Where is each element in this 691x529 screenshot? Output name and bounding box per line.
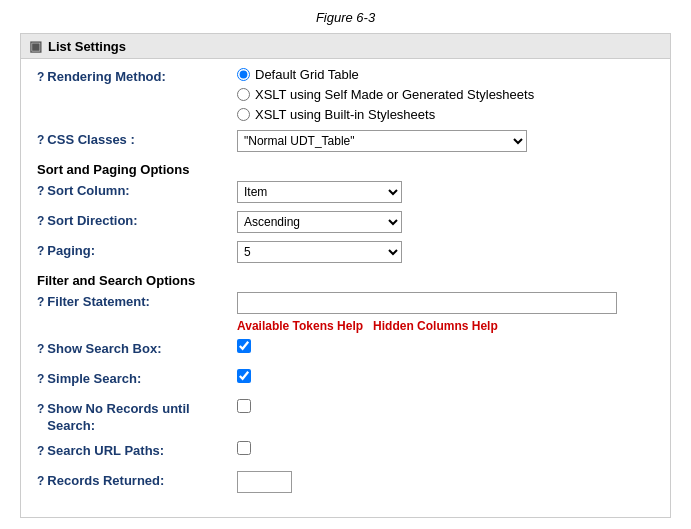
simple-search-row: ? Simple Search: bbox=[37, 369, 654, 393]
filter-statement-row: ? Filter Statement: Available Tokens Hel… bbox=[37, 292, 654, 333]
tokens-help-row: Available Tokens Help Hidden Columns Hel… bbox=[237, 319, 654, 333]
css-classes-help-icon[interactable]: ? bbox=[37, 133, 44, 147]
search-url-paths-row: ? Search URL Paths: bbox=[37, 441, 654, 465]
simple-search-checkbox[interactable] bbox=[237, 369, 251, 383]
filter-statement-input[interactable] bbox=[237, 292, 617, 314]
rendering-method-label: ? Rendering Method: bbox=[37, 67, 237, 84]
sort-paging-heading: Sort and Paging Options bbox=[37, 162, 654, 177]
filter-statement-label: ? Filter Statement: bbox=[37, 292, 237, 309]
records-returned-help-icon[interactable]: ? bbox=[37, 474, 44, 488]
panel-header-icon: ▣ bbox=[29, 38, 42, 54]
sort-direction-help-icon[interactable]: ? bbox=[37, 214, 44, 228]
hidden-columns-link[interactable]: Hidden Columns Help bbox=[373, 319, 498, 333]
radio-default-grid[interactable]: Default Grid Table bbox=[237, 67, 654, 82]
rendering-method-row: ? Rendering Method: Default Grid Table X… bbox=[37, 67, 654, 124]
css-classes-control: "Normal UDT_Table" bbox=[237, 130, 654, 152]
paging-select[interactable]: 5 10 25 50 100 bbox=[237, 241, 402, 263]
sort-column-select[interactable]: Item Title Date bbox=[237, 181, 402, 203]
show-no-records-help-icon[interactable]: ? bbox=[37, 402, 44, 416]
search-url-paths-help-icon[interactable]: ? bbox=[37, 444, 44, 458]
sort-direction-control: Ascending Descending bbox=[237, 211, 654, 233]
simple-search-label: ? Simple Search: bbox=[37, 369, 237, 386]
search-url-paths-label: ? Search URL Paths: bbox=[37, 441, 237, 458]
css-classes-label: ? CSS Classes : bbox=[37, 130, 237, 147]
show-no-records-label: ? Show No Records until Search: bbox=[37, 399, 237, 435]
sort-column-row: ? Sort Column: Item Title Date bbox=[37, 181, 654, 205]
paging-control: 5 10 25 50 100 bbox=[237, 241, 654, 263]
records-returned-control bbox=[237, 471, 654, 493]
records-returned-input[interactable] bbox=[237, 471, 292, 493]
records-returned-row: ? Records Returned: bbox=[37, 471, 654, 495]
show-no-records-control bbox=[237, 399, 654, 413]
sort-direction-select[interactable]: Ascending Descending bbox=[237, 211, 402, 233]
radio-xslt-builtin[interactable]: XSLT using Built-in Stylesheets bbox=[237, 107, 654, 122]
show-search-box-control bbox=[237, 339, 654, 353]
sort-column-label: ? Sort Column: bbox=[37, 181, 237, 198]
figure-title: Figure 6-3 bbox=[0, 0, 691, 33]
filter-statement-control: Available Tokens Help Hidden Columns Hel… bbox=[237, 292, 654, 333]
rendering-method-options: Default Grid Table XSLT using Self Made … bbox=[237, 67, 654, 124]
filter-statement-help-icon[interactable]: ? bbox=[37, 295, 44, 309]
records-returned-label: ? Records Returned: bbox=[37, 471, 237, 488]
css-classes-select[interactable]: "Normal UDT_Table" bbox=[237, 130, 527, 152]
sort-column-help-icon[interactable]: ? bbox=[37, 184, 44, 198]
radio-default-grid-label: Default Grid Table bbox=[255, 67, 359, 82]
available-tokens-link[interactable]: Available Tokens Help bbox=[237, 319, 363, 333]
filter-search-heading: Filter and Search Options bbox=[37, 273, 654, 288]
show-search-box-row: ? Show Search Box: bbox=[37, 339, 654, 363]
rendering-method-help-icon[interactable]: ? bbox=[37, 70, 44, 84]
paging-label: ? Paging: bbox=[37, 241, 237, 258]
simple-search-control bbox=[237, 369, 654, 383]
search-url-paths-control bbox=[237, 441, 654, 455]
show-search-box-label: ? Show Search Box: bbox=[37, 339, 237, 356]
show-no-records-row: ? Show No Records until Search: bbox=[37, 399, 654, 435]
sort-column-control: Item Title Date bbox=[237, 181, 654, 203]
radio-xslt-self-label: XSLT using Self Made or Generated Styles… bbox=[255, 87, 534, 102]
radio-xslt-self[interactable]: XSLT using Self Made or Generated Styles… bbox=[237, 87, 654, 102]
show-search-box-help-icon[interactable]: ? bbox=[37, 342, 44, 356]
simple-search-help-icon[interactable]: ? bbox=[37, 372, 44, 386]
panel-header-label: List Settings bbox=[48, 39, 126, 54]
paging-row: ? Paging: 5 10 25 50 100 bbox=[37, 241, 654, 265]
sort-direction-row: ? Sort Direction: Ascending Descending bbox=[37, 211, 654, 235]
sort-direction-label: ? Sort Direction: bbox=[37, 211, 237, 228]
css-classes-row: ? CSS Classes : "Normal UDT_Table" bbox=[37, 130, 654, 154]
panel: ▣ List Settings ? Rendering Method: Defa… bbox=[20, 33, 671, 518]
paging-help-icon[interactable]: ? bbox=[37, 244, 44, 258]
panel-header: ▣ List Settings bbox=[21, 34, 670, 59]
show-no-records-checkbox[interactable] bbox=[237, 399, 251, 413]
show-search-box-checkbox[interactable] bbox=[237, 339, 251, 353]
search-url-paths-checkbox[interactable] bbox=[237, 441, 251, 455]
radio-xslt-builtin-label: XSLT using Built-in Stylesheets bbox=[255, 107, 435, 122]
